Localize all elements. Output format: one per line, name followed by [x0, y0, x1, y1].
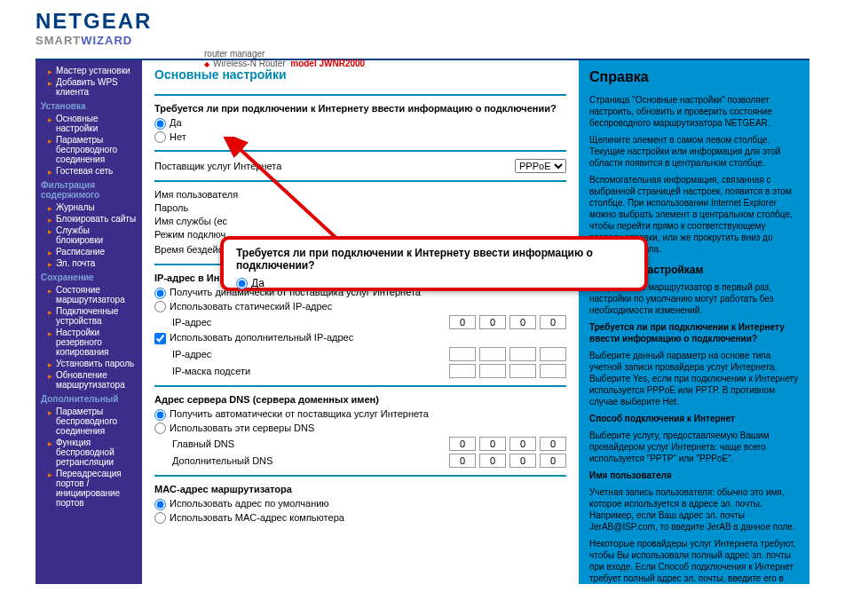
login-no-radio[interactable] — [154, 131, 166, 143]
ip-addr2-label: IP-адрес — [154, 349, 323, 359]
callout-yes-radio[interactable] — [236, 278, 248, 289]
sidebar-group-filter: Фильтрация содержимого — [39, 177, 138, 201]
ip-addr-label: IP-адрес — [154, 317, 323, 328]
dns-sec-inputs — [449, 454, 566, 468]
login-no-label: Нет — [170, 131, 186, 142]
login-yes-label: Да — [170, 117, 182, 128]
login-yes-radio[interactable] — [154, 118, 166, 130]
ip-addr2-inputs — [449, 347, 566, 361]
isp-select[interactable]: PPPoE — [515, 159, 566, 173]
sidebar-item-upgrade[interactable]: Обновление маршрутизатора — [39, 369, 138, 391]
wizard-subhead: SMARTWIZARD — [36, 34, 809, 47]
sidebar-group-advanced: Дополнительный — [39, 391, 138, 406]
help-panel: Справка Страница "Основные настройки" по… — [579, 60, 809, 584]
ip-mask-label: IP-маска подсети — [154, 366, 323, 376]
sidebar-group-setup: Установка — [39, 98, 138, 113]
dns-sec-label: Дополнительный DNS — [154, 455, 323, 466]
service-label: Имя службы (ес — [154, 216, 332, 226]
sidebar-item-backup[interactable]: Настройки резервного копирования — [39, 327, 138, 358]
ip-mask-inputs — [449, 364, 566, 378]
help-h-conn: Способ подключения к Интернет — [589, 413, 799, 424]
isp-label: Поставщик услуг Интернета — [154, 161, 332, 171]
annotation-callout: Требуется ли при подключении к Интернету… — [220, 236, 648, 291]
dns-main-inputs — [449, 437, 566, 451]
sidebar-item-basic[interactable]: Основные настройки — [39, 113, 138, 134]
ip-extra-checkbox[interactable] — [154, 333, 166, 344]
callout-question: Требуется ли при подключении к Интернету… — [236, 247, 632, 272]
page-title: Основные настройки — [154, 67, 566, 82]
username-label: Имя пользователя — [154, 189, 332, 200]
header: NETGEAR SMARTWIZARD router manager ◆Wire… — [0, 0, 845, 51]
dns-section-title: Адрес сервера DNS (сервера доменных имен… — [154, 394, 566, 405]
sidebar-item-password[interactable]: Установить пароль — [39, 358, 138, 369]
sidebar-item-wizard[interactable]: Мастер установки — [39, 65, 138, 76]
dns-auto-radio[interactable] — [154, 409, 166, 421]
ip-static-radio[interactable] — [154, 301, 166, 312]
sidebar-item-logs[interactable]: Журналы — [39, 201, 138, 213]
brand-logo: NETGEAR — [36, 9, 809, 34]
divider — [154, 94, 566, 96]
sidebar-item-email[interactable]: Эл. почта — [39, 257, 138, 269]
sidebar-item-blocksites[interactable]: Блокировать сайты — [39, 213, 138, 225]
sidebar-item-guest[interactable]: Гостевая сеть — [39, 165, 138, 177]
ip-addr-inputs — [449, 315, 566, 329]
mac-computer-radio[interactable] — [154, 512, 166, 524]
sidebar-item-portfwd[interactable]: Переадресация портов / инициирование пор… — [39, 468, 138, 509]
sidebar-item-wireless[interactable]: Параметры беспроводного соединения — [39, 134, 138, 165]
sidebar-item-blockservices[interactable]: Службы блокировки — [39, 225, 138, 246]
help-h-user: Имя пользователя — [589, 470, 799, 481]
sidebar-item-repeater[interactable]: Функция беспроводной ретрансляции — [39, 437, 138, 468]
dns-main-label: Главный DNS — [154, 438, 323, 449]
mac-default-radio[interactable] — [154, 499, 166, 510]
password-label: Пароль — [154, 202, 332, 213]
main-panel: Основные настройки Требуется ли при подк… — [142, 60, 579, 584]
mac-section-title: MAC-адрес маршрутизатора — [154, 484, 566, 494]
dns-manual-radio[interactable] — [154, 423, 166, 434]
ip-dynamic-radio[interactable] — [154, 288, 166, 299]
sidebar-item-attached[interactable]: Подключенные устройства — [39, 305, 138, 327]
sidebar-item-schedule[interactable]: Расписание — [39, 246, 138, 257]
sidebar-item-wps[interactable]: Добавить WPS клиента — [39, 76, 138, 98]
login-required-question: Требуется ли при подключении к Интернету… — [154, 103, 566, 114]
help-title: Справка — [589, 69, 799, 85]
tagline: router manager ◆Wireless-N Router model … — [204, 49, 365, 68]
sidebar-item-adv-wireless[interactable]: Параметры беспроводного соединения — [39, 406, 138, 437]
sidebar-group-maintenance: Сохранение — [39, 269, 138, 284]
sidebar: Мастер установки Добавить WPS клиента Ус… — [36, 60, 142, 584]
help-q-login: Требуется ли при подключении к Интернету… — [589, 321, 799, 344]
sidebar-item-status[interactable]: Состояние маршрутизатора — [39, 284, 138, 305]
